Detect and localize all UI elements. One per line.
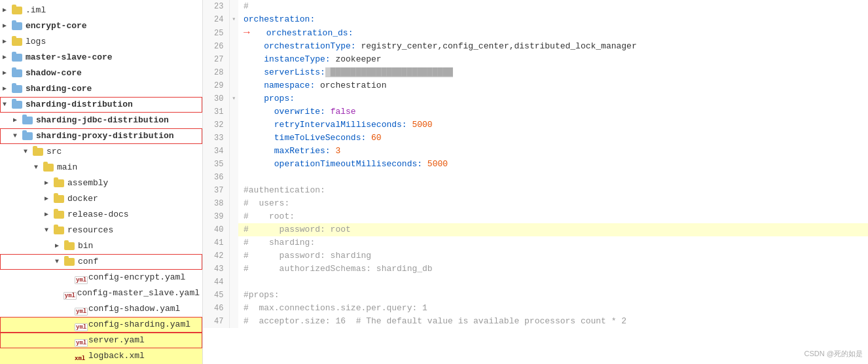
line-content[interactable]: #authentication: <box>238 184 868 197</box>
tree-label: conf <box>78 255 98 268</box>
line-content[interactable]: orchestration: <box>238 13 868 26</box>
code-line: 26 orchestrationType: registry_center,co… <box>203 40 868 53</box>
code-line: 41# sharding: <box>203 236 868 249</box>
line-content[interactable]: # root: <box>238 210 868 223</box>
tree-item-iml[interactable]: ▶.iml <box>0 3 202 18</box>
code-line: 34 maxRetries: 3 <box>203 145 868 158</box>
tree-label: config-master_slave.yaml <box>77 287 200 300</box>
line-content[interactable]: serverLists: ████████████████████████ <box>238 66 868 79</box>
tree-item-config-sharding.yaml[interactable]: ymlconfig-sharding.yaml <box>0 317 202 333</box>
tree-item-src[interactable]: ▼src <box>0 144 202 160</box>
line-content[interactable] <box>238 276 868 289</box>
line-content[interactable]: # acceptor.size: 16 # The default value … <box>238 315 868 328</box>
tree-item-conf[interactable]: ▼conf <box>0 254 202 270</box>
tree-label: sharding-core <box>26 82 92 96</box>
tree-arrow: ▼ <box>45 224 54 237</box>
line-content[interactable]: # <box>238 0 868 13</box>
line-content[interactable]: # max.connections.size.per.query: 1 <box>238 302 868 315</box>
code-line: 25→ orchestration_ds: <box>203 26 868 40</box>
line-content[interactable]: props: <box>238 92 868 105</box>
code-line: 46# max.connections.size.per.query: 1 <box>203 302 868 315</box>
code-line: 42# password: sharding <box>203 249 868 263</box>
fold-gutter <box>229 302 238 315</box>
code-line: 28 serverLists: ████████████████████████ <box>203 66 868 79</box>
tree-item-sharding-proxy-distribution[interactable]: ▼sharding-proxy-distribution <box>0 128 202 144</box>
line-content[interactable]: → orchestration_ds: <box>238 26 868 40</box>
line-number: 38 <box>203 197 229 210</box>
code-line: 31 overwrite: false <box>203 105 868 118</box>
comment-text: #props: <box>244 290 280 300</box>
line-content[interactable]: namespace: orchestration <box>238 79 868 92</box>
tree-arrow: ▶ <box>3 20 12 33</box>
tree-item-assembly[interactable]: ▶assembly <box>0 175 202 191</box>
tree-label: encrypt-core <box>26 20 87 33</box>
val-part: zookeeper <box>331 54 382 64</box>
val-part: 5000 <box>422 159 448 169</box>
tree-label: config-shadow.yaml <box>88 302 180 316</box>
tree-arrow: ▼ <box>24 145 33 158</box>
val-part: ████████████████████████ <box>325 67 453 77</box>
fold-gutter <box>229 0 238 13</box>
tree-item-shadow-core[interactable]: ▶shadow-core <box>0 65 202 81</box>
line-content[interactable]: # password: root <box>238 223 868 236</box>
line-number: 44 <box>203 276 229 289</box>
line-content[interactable]: #props: <box>238 289 868 302</box>
tree-item-release-docs[interactable]: ▶release-docs <box>0 207 202 223</box>
tree-item-sharding-distribution[interactable]: ▼sharding-distribution <box>0 97 202 113</box>
code-editor: 23#24▾orchestration:25→ orchestration_ds… <box>203 0 868 364</box>
line-number: 30 <box>203 92 229 105</box>
fold-gutter <box>229 79 238 92</box>
line-number: 23 <box>203 0 229 13</box>
line-content[interactable] <box>238 171 868 184</box>
tree-item-config-encrypt.yaml[interactable]: ymlconfig-encrypt.yaml <box>0 270 202 285</box>
tree-item-sharding-jdbc-distribution[interactable]: ▶sharding-jdbc-distribution <box>0 113 202 128</box>
tree-item-resources[interactable]: ▼resources <box>0 223 202 238</box>
line-content[interactable]: # authorizedSchemas: sharding_db <box>238 263 868 276</box>
tree-label: sharding-proxy-distribution <box>36 130 174 143</box>
fold-gutter <box>229 145 238 158</box>
line-content[interactable]: # sharding: <box>238 236 868 249</box>
key-part: operationTimeoutMilliseconds: <box>244 159 422 169</box>
tree-label: shadow-core <box>26 67 82 80</box>
tree-item-logs[interactable]: ▶logs <box>0 34 202 50</box>
fold-gutter <box>229 210 238 223</box>
tree-item-config-master_slave.yaml[interactable]: ymlconfig-master_slave.yaml <box>0 285 202 301</box>
comment-text: # password: sharding <box>244 251 371 261</box>
line-content[interactable]: retryIntervalMilliseconds: 5000 <box>238 118 868 132</box>
tree-item-master-slave-core[interactable]: ▶master-slave-core <box>0 50 202 65</box>
line-content[interactable]: timeToLiveSeconds: 60 <box>238 132 868 145</box>
code-line: 38# users: <box>203 197 868 210</box>
tree-item-main[interactable]: ▼main <box>0 160 202 175</box>
line-content[interactable]: # users: <box>238 197 868 210</box>
fold-gutter <box>229 263 238 276</box>
tree-arrow: ▼ <box>3 98 12 111</box>
file-tree[interactable]: ▶.iml▶encrypt-core▶logs▶master-slave-cor… <box>0 0 203 364</box>
tree-label: sharding-jdbc-distribution <box>36 114 169 127</box>
fold-gutter <box>229 40 238 53</box>
tree-item-config-shadow.yaml[interactable]: ymlconfig-shadow.yaml <box>0 301 202 317</box>
line-number: 43 <box>203 263 229 276</box>
tree-item-docker[interactable]: ▶docker <box>0 191 202 207</box>
line-content[interactable]: maxRetries: 3 <box>238 145 868 158</box>
line-content[interactable]: # password: sharding <box>238 249 868 263</box>
tree-label: docker <box>67 192 98 206</box>
line-content[interactable]: instanceType: zookeeper <box>238 53 868 66</box>
code-line: 35 operationTimeoutMilliseconds: 5000 <box>203 158 868 171</box>
tree-item-server.yaml[interactable]: ymlserver.yaml <box>0 333 202 348</box>
tree-label: master-slave-core <box>26 51 113 64</box>
line-content[interactable]: overwrite: false <box>238 105 868 118</box>
tree-item-sharding-core[interactable]: ▶sharding-core <box>0 81 202 97</box>
tree-label: main <box>57 161 77 174</box>
comment-text: # users: <box>244 198 289 208</box>
tree-label: logs <box>26 35 46 48</box>
line-content[interactable]: orchestrationType: registry_center,confi… <box>238 40 868 53</box>
tree-item-bin[interactable]: ▶bin <box>0 238 202 254</box>
line-content[interactable]: operationTimeoutMilliseconds: 5000 <box>238 158 868 171</box>
tree-arrow: ▶ <box>55 240 64 253</box>
line-number: 40 <box>203 223 229 236</box>
tree-arrow: ▶ <box>13 114 22 127</box>
key-part: timeToLiveSeconds: <box>244 133 366 143</box>
tree-item-encrypt-core[interactable]: ▶encrypt-core <box>0 18 202 34</box>
tree-item-logback.xml[interactable]: xmllogback.xml <box>0 348 202 364</box>
code-line: 45#props: <box>203 289 868 302</box>
